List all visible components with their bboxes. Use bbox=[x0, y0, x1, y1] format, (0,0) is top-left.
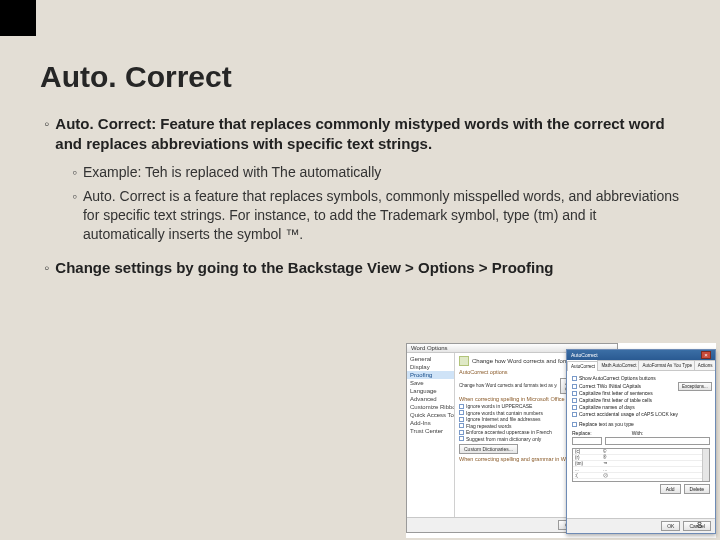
add-button[interactable]: Add bbox=[660, 484, 681, 494]
bullet-level1: ◦ Auto. Correct: Feature that replaces c… bbox=[44, 114, 680, 155]
tab-math[interactable]: Math AutoCorrect bbox=[597, 360, 639, 370]
ok-button[interactable]: OK bbox=[661, 521, 680, 531]
sidebar-item[interactable]: Trust Center bbox=[407, 427, 454, 435]
sidebar-item[interactable]: General bbox=[407, 355, 454, 363]
autocorrect-title: AutoCorrect bbox=[571, 352, 598, 358]
options-sidebar: General Display Proofing Save Language A… bbox=[407, 353, 455, 517]
close-icon[interactable]: × bbox=[701, 351, 711, 359]
replace-listbox[interactable]: (c)© (r)® (tm)™ ...… :(☹ bbox=[572, 448, 710, 482]
replace-label: Replace: bbox=[572, 430, 592, 436]
tab-autocorrect[interactable]: AutoCorrect bbox=[567, 361, 598, 371]
checkbox-row[interactable]: Capitalize names of days bbox=[572, 404, 678, 410]
delete-button[interactable]: Delete bbox=[684, 484, 710, 494]
exceptions-button[interactable]: Exceptions... bbox=[678, 382, 712, 391]
bullet-text: Change settings by going to the Backstag… bbox=[55, 258, 553, 278]
autocorrect-dialog: AutoCorrect × AutoCorrect Math AutoCorre… bbox=[566, 349, 716, 534]
slide-content: Auto. Correct ◦ Auto. Correct: Feature t… bbox=[0, 0, 720, 278]
abc-icon bbox=[459, 356, 469, 366]
with-label: With: bbox=[632, 430, 643, 436]
checkbox-row[interactable]: Correct accidental usage of cAPS LOCK ke… bbox=[572, 411, 678, 417]
tab-autoformat-type[interactable]: AutoFormat As You Type bbox=[638, 360, 694, 370]
sidebar-item[interactable]: Save bbox=[407, 379, 454, 387]
replace-input[interactable] bbox=[572, 437, 602, 445]
bullet-text: Auto. Correct is a feature that replaces… bbox=[83, 187, 680, 244]
bullet-level2: ◦ Auto. Correct is a feature that replac… bbox=[72, 187, 680, 244]
sidebar-item[interactable]: Language bbox=[407, 387, 454, 395]
checkbox-row[interactable]: Correct TWo INitial CApitals bbox=[572, 383, 678, 389]
corner-accent bbox=[0, 0, 36, 36]
bullet-marker: ◦ bbox=[44, 114, 49, 155]
checkbox-row[interactable]: Capitalize first letter of sentences bbox=[572, 390, 678, 396]
sidebar-item[interactable]: Quick Access Toolbar bbox=[407, 411, 454, 419]
checkbox-replace[interactable]: Replace text as you type bbox=[572, 421, 710, 427]
bullet-text: Auto. Correct: Feature that replaces com… bbox=[55, 114, 680, 155]
bullet-marker: ◦ bbox=[44, 258, 49, 278]
sidebar-item[interactable]: Add-Ins bbox=[407, 419, 454, 427]
scrollbar[interactable] bbox=[702, 449, 709, 481]
bullet-marker: ◦ bbox=[72, 163, 77, 182]
sidebar-item[interactable]: Customize Ribbon bbox=[407, 403, 454, 411]
page-number: 8 bbox=[697, 520, 702, 530]
bullet-level1: ◦ Change settings by going to the Backst… bbox=[44, 258, 680, 278]
bullet-text: Example: Teh is replaced with The automa… bbox=[83, 163, 381, 182]
custom-dictionaries-button[interactable]: Custom Dictionaries... bbox=[459, 444, 518, 454]
with-input[interactable] bbox=[605, 437, 710, 445]
sidebar-item-proofing[interactable]: Proofing bbox=[407, 371, 454, 379]
slide-title: Auto. Correct bbox=[40, 60, 680, 94]
checkbox-row[interactable]: Show AutoCorrect Options buttons bbox=[572, 375, 710, 381]
bullet-level2: ◦ Example: Teh is replaced with The auto… bbox=[72, 163, 680, 182]
autocorrect-tabs: AutoCorrect Math AutoCorrect AutoFormat … bbox=[567, 360, 715, 371]
line-text: Change how Word corrects and formats tex… bbox=[459, 383, 557, 388]
sidebar-item[interactable]: Display bbox=[407, 363, 454, 371]
checkbox-row[interactable]: Capitalize first letter of table cells bbox=[572, 397, 678, 403]
bullet-marker: ◦ bbox=[72, 187, 77, 244]
tab-actions[interactable]: Actions bbox=[694, 360, 716, 370]
sidebar-item[interactable]: Advanced bbox=[407, 395, 454, 403]
embedded-screenshot: Word Options General Display Proofing Sa… bbox=[406, 343, 716, 538]
